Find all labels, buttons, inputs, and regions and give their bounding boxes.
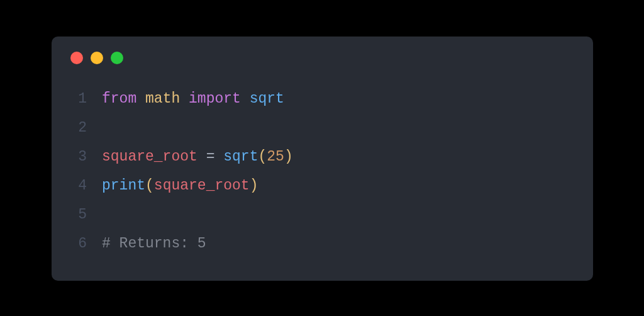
operator: = [197,149,223,165]
module-name: math [145,91,180,107]
code-line: 6 # Returns: 5 [52,229,593,258]
line-number: 2 [52,113,102,142]
code-line: 4 print(square_root) [52,171,593,200]
code-line: 5 [52,200,593,229]
code-line: 3 square_root = sqrt(25) [52,142,593,171]
code-content: # Returns: 5 [102,229,206,258]
line-number: 3 [52,142,102,171]
line-number: 6 [52,229,102,258]
code-line: 2 [52,113,593,142]
function-name: print [102,178,145,194]
keyword-from: from [102,91,136,107]
code-content: print(square_root) [102,171,258,200]
variable: square_root [102,149,197,165]
window-titlebar [52,37,593,79]
maximize-icon[interactable] [111,52,123,64]
code-window: 1 from math import sqrt 2 3 square_root … [52,37,593,281]
variable: square_root [154,178,250,194]
minimize-icon[interactable] [91,52,103,64]
keyword-import: import [189,91,241,107]
line-number: 4 [52,171,102,200]
code-content: square_root = sqrt(25) [102,142,293,171]
function-name: sqrt [250,91,284,107]
function-name: sqrt [223,149,258,165]
number-literal: 25 [267,149,284,165]
code-line: 1 from math import sqrt [52,84,593,113]
code-editor[interactable]: 1 from math import sqrt 2 3 square_root … [52,79,593,258]
line-number: 5 [52,200,102,229]
close-icon[interactable] [70,52,83,64]
line-number: 1 [52,84,102,113]
paren-close: ) [250,178,258,194]
code-content: from math import sqrt [102,84,284,113]
paren-close: ) [284,149,293,165]
comment: # Returns: 5 [102,235,206,252]
paren-open: ( [258,149,267,165]
paren-open: ( [145,178,154,194]
